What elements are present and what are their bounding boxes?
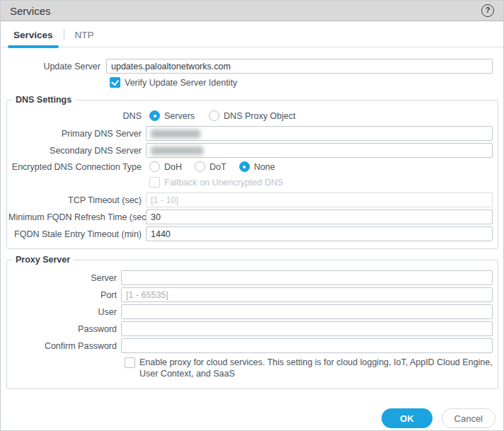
fallback-option: Fallback on Unencrypted DNS bbox=[146, 177, 493, 188]
tcp-timeout-input bbox=[146, 192, 493, 207]
fallback-label: Fallback on Unencrypted DNS bbox=[164, 177, 283, 188]
fallback-checkbox[interactable] bbox=[149, 177, 160, 188]
radio-option-none[interactable]: None bbox=[239, 161, 275, 172]
cancel-button[interactable]: Cancel bbox=[442, 408, 496, 428]
enable-proxy-row: Enable proxy for cloud services. This se… bbox=[8, 357, 493, 379]
radio-icon bbox=[149, 110, 160, 121]
radio-icon bbox=[149, 161, 160, 172]
min-fqdn-refresh-label: Minimum FQDN Refresh Time (sec) bbox=[8, 212, 142, 222]
proxy-server-input[interactable] bbox=[121, 270, 493, 285]
proxy-port-row: Port bbox=[8, 287, 493, 302]
update-server-input[interactable] bbox=[106, 59, 493, 74]
proxy-server-group: Proxy Server Server Port User Password C… bbox=[6, 255, 498, 389]
proxy-user-label: User bbox=[8, 307, 117, 317]
primary-dns-row: Primary DNS Server bbox=[8, 126, 493, 141]
dialog-titlebar: Services ? bbox=[1, 1, 503, 21]
proxy-password-input[interactable] bbox=[121, 321, 493, 336]
verify-identity-checkbox[interactable] bbox=[110, 77, 120, 88]
ok-button[interactable]: OK bbox=[382, 408, 433, 428]
proxy-password-label: Password bbox=[8, 324, 117, 334]
proxy-server-legend: Proxy Server bbox=[12, 255, 74, 265]
proxy-confirm-password-label: Confirm Password bbox=[8, 341, 117, 351]
dialog-title: Services bbox=[10, 5, 51, 17]
tab-ntp[interactable]: NTP bbox=[72, 30, 97, 47]
proxy-port-label: Port bbox=[8, 290, 117, 300]
tab-separator bbox=[64, 29, 64, 40]
verify-identity-option: Verify Update Server Identity bbox=[106, 77, 493, 88]
tab-ntp-label: NTP bbox=[75, 30, 94, 40]
proxy-user-input[interactable] bbox=[121, 304, 493, 319]
proxy-confirm-password-row: Confirm Password bbox=[8, 338, 493, 353]
help-icon[interactable]: ? bbox=[481, 4, 494, 17]
min-fqdn-refresh-input[interactable] bbox=[146, 209, 493, 224]
dns-label: DNS bbox=[8, 111, 142, 121]
radio-icon bbox=[195, 161, 205, 172]
primary-dns-label: Primary DNS Server bbox=[8, 129, 142, 139]
proxy-port-input[interactable] bbox=[121, 287, 493, 302]
proxy-server-label: Server bbox=[8, 273, 117, 283]
redacted-value bbox=[151, 146, 203, 155]
secondary-dns-row: Secondary DNS Server bbox=[8, 143, 493, 158]
radio-option-dot[interactable]: DoT bbox=[195, 161, 227, 172]
encrypted-dns-row: Encrypted DNS Connection Type DoH DoT No… bbox=[8, 161, 493, 172]
redacted-value bbox=[151, 130, 200, 138]
enable-proxy-checkbox[interactable] bbox=[125, 357, 135, 368]
services-dialog: Services ? Services NTP Update Server Ve… bbox=[0, 0, 504, 431]
dialog-content: Update Server Verify Update Server Ident… bbox=[1, 47, 503, 428]
secondary-dns-input[interactable] bbox=[146, 143, 493, 158]
enable-proxy-option: Enable proxy for cloud services. This se… bbox=[121, 357, 493, 379]
proxy-confirm-password-input[interactable] bbox=[121, 338, 493, 353]
proxy-password-row: Password bbox=[8, 321, 493, 336]
tcp-timeout-row: TCP Timeout (sec) bbox=[8, 192, 493, 207]
radio-icon bbox=[239, 161, 250, 172]
tab-bar: Services NTP bbox=[1, 21, 503, 47]
tab-services-label: Services bbox=[13, 30, 53, 40]
update-server-row: Update Server bbox=[1, 59, 503, 74]
fqdn-stale-timeout-row: FQDN Stale Entry Timeout (min) bbox=[8, 226, 493, 241]
min-fqdn-refresh-row: Minimum FQDN Refresh Time (sec) bbox=[8, 209, 493, 224]
verify-identity-label: Verify Update Server Identity bbox=[125, 77, 237, 88]
tcp-timeout-label: TCP Timeout (sec) bbox=[8, 195, 142, 205]
encrypted-dns-label: Encrypted DNS Connection Type bbox=[8, 162, 142, 172]
dns-settings-legend: DNS Settings bbox=[12, 95, 75, 105]
proxy-server-row: Server bbox=[8, 270, 493, 285]
fqdn-stale-timeout-label: FQDN Stale Entry Timeout (min) bbox=[8, 229, 142, 239]
fallback-row: Fallback on Unencrypted DNS bbox=[8, 177, 493, 188]
dns-mode-radios: Servers DNS Proxy Object bbox=[146, 110, 493, 121]
update-server-label: Update Server bbox=[1, 62, 101, 71]
check-icon bbox=[111, 78, 119, 86]
encrypted-dns-radios: DoH DoT None bbox=[146, 161, 493, 172]
primary-dns-input[interactable] bbox=[146, 126, 493, 141]
tab-services[interactable]: Services bbox=[11, 30, 56, 47]
proxy-user-row: User bbox=[8, 304, 493, 319]
dns-settings-group: DNS Settings DNS Servers DNS Proxy Objec… bbox=[6, 95, 498, 249]
secondary-dns-label: Secondary DNS Server bbox=[8, 146, 142, 156]
radio-option-dns-proxy-object[interactable]: DNS Proxy Object bbox=[209, 110, 295, 121]
dns-mode-row: DNS Servers DNS Proxy Object bbox=[8, 110, 493, 121]
dialog-footer: OK Cancel bbox=[1, 408, 503, 428]
radio-icon bbox=[209, 110, 219, 121]
enable-proxy-label: Enable proxy for cloud services. This se… bbox=[139, 357, 493, 379]
radio-option-servers[interactable]: Servers bbox=[149, 110, 195, 121]
fqdn-stale-timeout-input[interactable] bbox=[146, 226, 493, 241]
verify-identity-row: Verify Update Server Identity bbox=[1, 77, 503, 88]
radio-option-doh[interactable]: DoH bbox=[149, 161, 182, 172]
